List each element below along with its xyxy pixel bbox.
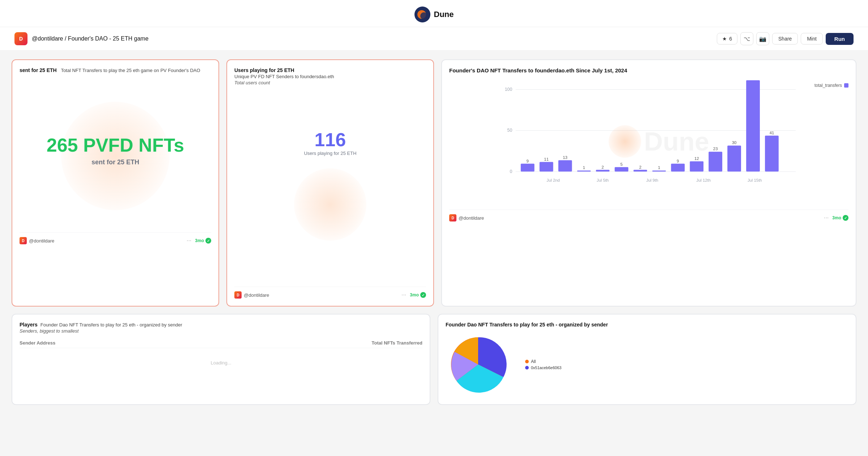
card1-metric-area: 265 PVFD NFTs sent for 25 ETH: [20, 75, 211, 227]
card1-check-icon: ✓: [205, 238, 211, 244]
svg-text:Jul 15th: Jul 15th: [748, 178, 762, 182]
mint-button[interactable]: Mint: [801, 33, 822, 45]
svg-point-2: [420, 12, 427, 20]
legend-color-dot: [844, 83, 848, 88]
card5-title: Founder Dao NFT Transfers to play for 25…: [446, 322, 848, 328]
svg-rect-33: [746, 80, 760, 172]
card2-time-badge: 3mo ✓: [410, 292, 426, 298]
card3-author: D @dontildare: [449, 214, 484, 221]
app-header: Dune: [0, 0, 868, 27]
card1-time-badge: 3mo ✓: [195, 238, 211, 244]
card1-author: D @dontildare: [20, 237, 54, 244]
card1-title-text: sent for 25 ETH: [20, 67, 57, 73]
pie-chart-svg: [446, 332, 518, 397]
legend-dot-addr: [525, 366, 529, 370]
run-button[interactable]: Run: [826, 33, 854, 45]
users-bg-circle: [294, 168, 366, 241]
card-pie-chart: Founder Dao NFT Transfers to play for 25…: [438, 314, 856, 405]
card3-footer-right: ··· 3mo ✓: [824, 215, 848, 221]
card4-subtitle: Founder Dao NFT Transfers to play for 25…: [41, 322, 182, 328]
cards-row-1: sent for 25 ETH Total NFT Transfers to p…: [12, 59, 856, 307]
card2-author: D @dontildare: [234, 291, 269, 299]
card2-check-icon: ✓: [420, 292, 426, 298]
card-users-metric: Users playing for 25 ETH Unique PV FD NF…: [226, 59, 434, 307]
svg-text:Jul 2nd: Jul 2nd: [546, 178, 560, 182]
svg-text:106: 106: [750, 79, 757, 80]
card1-more-button[interactable]: ···: [187, 237, 191, 244]
svg-text:100: 100: [505, 87, 512, 92]
svg-text:Jul 9th: Jul 9th: [646, 178, 658, 182]
card-players-table: Players Founder Dao NFT Transfers to pla…: [12, 314, 430, 405]
svg-rect-21: [634, 170, 647, 172]
table-header-row: Sender Address Total NFTs Transferred: [20, 338, 422, 348]
card3-footer: D @dontildare ··· 3mo ✓: [449, 210, 848, 221]
chart-title: Founder's DAO NFT Transfers to founderda…: [449, 67, 848, 73]
card-nft-metric: sent for 25 ETH Total NFT Transfers to p…: [12, 59, 219, 307]
camera-icon: 📷: [759, 35, 766, 42]
svg-rect-27: [690, 161, 703, 172]
card1-metric-value: 265 PVFD NFTs: [47, 135, 184, 156]
card3-avatar: D: [449, 214, 456, 221]
card2-time-text: 3mo: [410, 292, 419, 297]
card1-footer: D @dontildare ··· 3mo ✓: [20, 232, 211, 244]
col1-header: Sender Address: [20, 340, 55, 346]
card2-footer: D @dontildare ··· 3mo ✓: [234, 287, 426, 299]
card1-metric-label: sent for 25 ETH: [92, 159, 139, 166]
card3-more-button[interactable]: ···: [824, 215, 829, 221]
svg-rect-15: [577, 170, 591, 172]
card3-check-icon: ✓: [843, 215, 848, 221]
pie-legend: All 0x51aceb6e6063: [525, 332, 561, 397]
svg-text:30: 30: [732, 140, 737, 145]
app-logo: Dune: [414, 7, 454, 22]
card2-subtitle: Unique PV FD NFT Senders to foundersdao.…: [234, 74, 426, 79]
svg-text:13: 13: [563, 155, 567, 160]
svg-text:50: 50: [507, 128, 512, 133]
github-button[interactable]: ⌥: [740, 32, 753, 45]
svg-text:0: 0: [510, 169, 512, 174]
card2-title: Users playing for 25 ETH: [234, 67, 426, 73]
card2-subtitle2-text: Total users count: [234, 80, 270, 85]
user-avatar: D: [14, 32, 27, 45]
legend-label: total_transfers: [814, 83, 842, 88]
legend-item-all: All: [525, 359, 561, 364]
svg-rect-29: [709, 152, 722, 172]
svg-rect-19: [615, 167, 629, 172]
toolbar: D @dontildare / Founder's DAO - 25 ETH g…: [0, 27, 868, 51]
mint-label: Mint: [807, 36, 816, 42]
main-content: sent for 25 ETH Total NFT Transfers to p…: [0, 51, 868, 414]
screenshot-button[interactable]: 📷: [756, 32, 769, 45]
svg-text:12: 12: [694, 156, 699, 161]
svg-text:11: 11: [544, 157, 549, 161]
cards-row-2: Players Founder Dao NFT Transfers to pla…: [12, 314, 856, 405]
legend-item-addr: 0x51aceb6e6063: [525, 366, 561, 370]
svg-text:2: 2: [639, 165, 641, 169]
svg-rect-25: [671, 164, 685, 172]
legend-label-all: All: [531, 359, 536, 364]
svg-text:Jul 5th: Jul 5th: [597, 178, 609, 182]
card2-title-text: Users playing for 25 ETH: [234, 67, 294, 73]
card3-time-badge: 3mo ✓: [832, 215, 848, 221]
chart-container: total_transfers Dune 100 50: [449, 79, 848, 204]
card3-author-name: @dontildare: [459, 215, 484, 221]
svg-text:Jul 12th: Jul 12th: [696, 178, 711, 182]
svg-text:23: 23: [713, 147, 718, 151]
card3-time-text: 3mo: [832, 215, 841, 220]
svg-text:9: 9: [527, 159, 529, 163]
star-button[interactable]: ★ 6: [717, 33, 737, 45]
svg-rect-9: [521, 164, 535, 172]
metric-bg-circle: [61, 102, 170, 210]
card2-more-button[interactable]: ···: [401, 292, 406, 298]
card1-footer-right: ··· 3mo ✓: [187, 237, 211, 244]
card2-author-name: @dontildare: [244, 292, 269, 298]
share-button[interactable]: Share: [772, 33, 798, 45]
toolbar-actions: ★ 6 ⌥ 📷 Share Mint Run: [717, 32, 854, 45]
run-label: Run: [834, 36, 845, 42]
page-title: @dontildare / Founder's DAO - 25 ETH gam…: [32, 35, 712, 42]
card-bar-chart: Founder's DAO NFT Transfers to founderda…: [441, 59, 856, 307]
svg-rect-23: [652, 170, 666, 172]
card2-subtitle2: Total users count: [234, 80, 426, 85]
legend-dot-all: [525, 360, 529, 363]
svg-rect-31: [727, 145, 741, 172]
svg-text:1: 1: [658, 165, 660, 170]
card2-metric-area: 116 Users playing for 25 ETH: [234, 129, 426, 281]
